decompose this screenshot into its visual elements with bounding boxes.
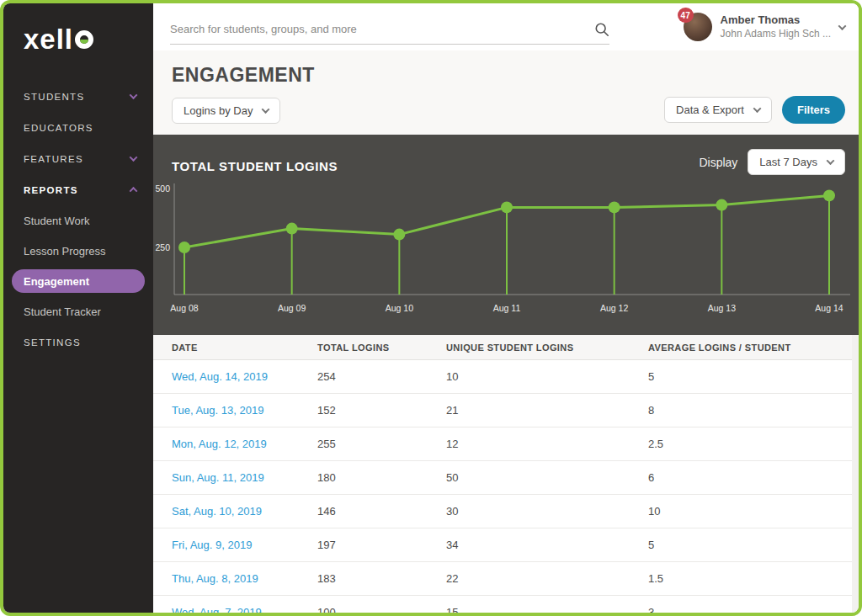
table-row: Mon, Aug. 12, 2019 255 12 2.5: [153, 427, 852, 461]
sidebar-item-features[interactable]: FEATURES: [3, 143, 153, 174]
column-header-total-logins: TOTAL LOGINS: [317, 343, 446, 353]
sidebar-item-reports[interactable]: REPORTS: [3, 174, 153, 205]
unique-logins-cell: 21: [446, 404, 648, 417]
sidebar-item-students[interactable]: STUDENTS: [3, 81, 153, 112]
view-controls: Logins by Day: [172, 98, 280, 124]
page-header: ENGAGEMENT Logins by Day Data & Export F…: [153, 50, 859, 135]
sidebar: xell STUDENTS EDUCATORS FEATURES REPORTS…: [3, 3, 153, 613]
chart-point[interactable]: [393, 229, 405, 241]
search-icon[interactable]: [594, 22, 609, 37]
display-controls: Display Last 7 Days: [699, 149, 845, 175]
total-logins-cell: 197: [317, 539, 446, 551]
main-content: 47 Amber Thomas John Adams High Sch ... …: [153, 3, 859, 613]
chevron-up-icon: [130, 187, 138, 195]
sidebar-item-label: SETTINGS: [24, 337, 81, 348]
y-tick-label: 500: [155, 183, 170, 194]
table-row: Fri, Aug. 9, 2019 197 34 5: [153, 528, 852, 562]
x-tick-label: Aug 09: [278, 303, 306, 313]
avatar-wrap: 47: [684, 13, 712, 41]
sidebar-item-label: FEATURES: [24, 154, 83, 164]
sidebar-item-engagement[interactable]: Engagement: [12, 269, 145, 293]
table-row: Wed, Aug. 7, 2019 100 15 3: [153, 596, 852, 613]
average-logins-cell: 3: [648, 606, 852, 613]
sidebar-nav: STUDENTS EDUCATORS FEATURES REPORTS Stud…: [3, 81, 153, 358]
chart-point[interactable]: [823, 189, 835, 201]
data-export-label: Data & Export: [676, 104, 744, 116]
sub-item-label: Lesson Progress: [24, 245, 106, 258]
date-range-value: Last 7 Days: [759, 156, 817, 168]
column-header-average-logins: AVERAGE LOGINS / STUDENT: [648, 343, 852, 353]
sub-item-label: Engagement: [24, 275, 89, 288]
view-select-value: Logins by Day: [184, 104, 253, 117]
unique-logins-cell: 10: [446, 370, 648, 383]
x-tick-label: Aug 11: [493, 303, 521, 313]
chart-point[interactable]: [716, 199, 727, 211]
sidebar-item-label: REPORTS: [24, 185, 78, 195]
chart-point[interactable]: [178, 242, 190, 253]
chart-title: TOTAL STUDENT LOGINS: [172, 159, 338, 175]
table-row: Thu, Aug. 8, 2019 183 22 1.5: [153, 562, 852, 596]
search-input[interactable]: [170, 23, 594, 35]
average-logins-cell: 8: [648, 404, 852, 417]
sub-item-label: Student Tracker: [24, 305, 101, 318]
date-link[interactable]: Mon, Aug. 12, 2019: [172, 438, 267, 450]
chevron-down-icon: [753, 104, 762, 113]
display-label: Display: [699, 156, 737, 169]
unique-logins-cell: 15: [446, 606, 648, 613]
average-logins-cell: 5: [648, 539, 852, 551]
sidebar-item-lesson-progress[interactable]: Lesson Progress: [3, 236, 153, 266]
search-bar: [170, 22, 609, 45]
app-window: xell STUDENTS EDUCATORS FEATURES REPORTS…: [0, 0, 862, 616]
date-link[interactable]: Sun, Aug. 11, 2019: [172, 471, 264, 484]
notification-badge: 47: [678, 8, 694, 23]
sidebar-item-student-tracker[interactable]: Student Tracker: [3, 296, 153, 327]
chart-header: TOTAL STUDENT LOGINS Display Last 7 Days: [153, 135, 859, 175]
chart-point[interactable]: [286, 223, 298, 235]
sidebar-item-educators[interactable]: EDUCATORS: [3, 112, 153, 143]
filters-button[interactable]: Filters: [782, 96, 845, 124]
total-logins-cell: 255: [317, 438, 446, 450]
average-logins-cell: 10: [648, 505, 852, 518]
table-header-row: DATE TOTAL LOGINS UNIQUE STUDENT LOGINS …: [153, 335, 852, 360]
column-header-date: DATE: [172, 343, 317, 353]
date-link[interactable]: Thu, Aug. 8, 2019: [172, 572, 258, 585]
table-row: Sun, Aug. 11, 2019 180 50 6: [153, 461, 852, 495]
chart-point[interactable]: [501, 201, 513, 213]
chart-panel: TOTAL STUDENT LOGINS Display Last 7 Days…: [153, 135, 859, 335]
date-link[interactable]: Fri, Aug. 9, 2019: [172, 539, 252, 551]
date-link[interactable]: Wed, Aug. 7, 2019: [172, 606, 262, 613]
logo-o-icon: [75, 30, 93, 49]
column-header-unique-logins: UNIQUE STUDENT LOGINS: [446, 343, 648, 353]
chevron-down-icon: [262, 105, 270, 114]
date-range-select[interactable]: Last 7 Days: [748, 149, 845, 175]
total-logins-cell: 180: [317, 471, 446, 484]
average-logins-cell: 6: [648, 471, 852, 484]
view-select[interactable]: Logins by Day: [172, 98, 280, 124]
data-export-button[interactable]: Data & Export: [664, 97, 772, 123]
user-info: Amber Thomas John Adams High Sch ...: [721, 13, 831, 40]
unique-logins-cell: 12: [446, 438, 648, 450]
x-tick-label: Aug 12: [600, 303, 628, 313]
x-tick-label: Aug 08: [170, 303, 198, 313]
average-logins-cell: 2.5: [648, 438, 852, 450]
logo-text: xell: [24, 24, 73, 56]
x-tick-label: Aug 14: [815, 303, 843, 313]
xello-logo[interactable]: xell: [3, 3, 153, 76]
sidebar-item-student-work[interactable]: Student Work: [3, 205, 153, 236]
date-link[interactable]: Wed, Aug. 14, 2019: [172, 370, 268, 383]
user-name: Amber Thomas: [721, 13, 831, 28]
date-link[interactable]: Sat, Aug. 10, 2019: [172, 505, 262, 518]
sub-item-label: Student Work: [24, 215, 90, 227]
x-tick-label: Aug 13: [708, 303, 736, 313]
logins-line-chart: 250500Aug 08Aug 09Aug 10Aug 11Aug 12Aug …: [153, 175, 859, 335]
total-logins-cell: 183: [317, 572, 446, 585]
chart-point[interactable]: [609, 201, 620, 213]
logins-table: DATE TOTAL LOGINS UNIQUE STUDENT LOGINS …: [153, 335, 852, 613]
y-tick-label: 250: [155, 242, 170, 252]
date-link[interactable]: Tue, Aug. 13, 2019: [172, 404, 263, 417]
table-row: Sat, Aug. 10, 2019 146 30 10: [153, 495, 852, 528]
user-menu[interactable]: 47 Amber Thomas John Adams High Sch ...: [684, 13, 859, 41]
chevron-down-icon[interactable]: [838, 22, 847, 30]
sidebar-item-settings[interactable]: SETTINGS: [3, 327, 153, 358]
chevron-down-icon: [130, 153, 138, 162]
